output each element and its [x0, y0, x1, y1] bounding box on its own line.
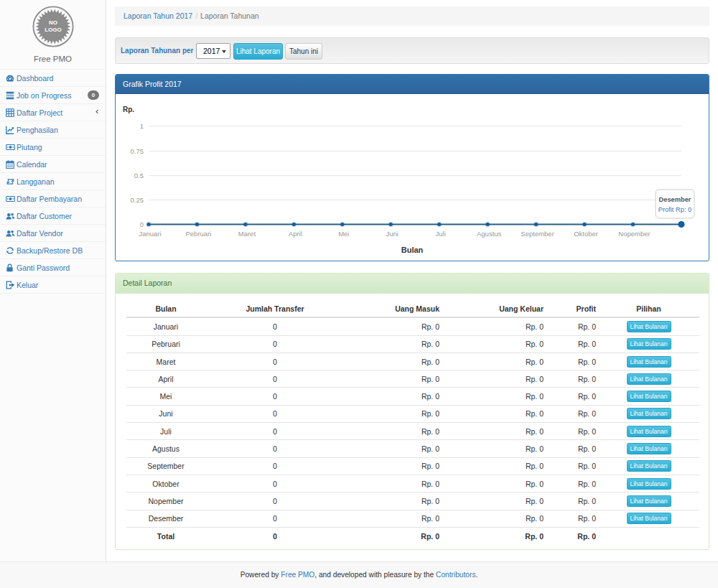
- svg-text:Juli: Juli: [436, 230, 446, 238]
- svg-text:September: September: [521, 230, 554, 238]
- svg-text:Nopember: Nopember: [618, 230, 650, 238]
- svg-text:1: 1: [140, 122, 144, 130]
- svg-text:Profit Rp: 0: Profit Rp: 0: [658, 206, 692, 213]
- svg-text:LOGO: LOGO: [45, 27, 62, 33]
- svg-text:Mei: Mei: [338, 230, 349, 238]
- svg-text:Pebruari: Pebruari: [185, 230, 211, 238]
- svg-text:Rp.: Rp.: [123, 106, 134, 113]
- svg-text:0: 0: [140, 220, 144, 228]
- svg-text:Juni: Juni: [386, 230, 398, 238]
- svg-text:Bulan: Bulan: [401, 246, 424, 254]
- svg-text:April: April: [289, 230, 302, 238]
- svg-text:Januari: Januari: [139, 230, 161, 238]
- svg-text:0.75: 0.75: [131, 147, 144, 155]
- svg-text:0.25: 0.25: [131, 196, 144, 204]
- svg-text:Oktober: Oktober: [574, 230, 598, 238]
- svg-text:Maret: Maret: [238, 230, 256, 238]
- svg-text:Desember: Desember: [659, 196, 691, 203]
- svg-text:0.5: 0.5: [134, 172, 144, 179]
- svg-text:Agustus: Agustus: [477, 230, 502, 238]
- svg-text:NO: NO: [49, 19, 57, 26]
